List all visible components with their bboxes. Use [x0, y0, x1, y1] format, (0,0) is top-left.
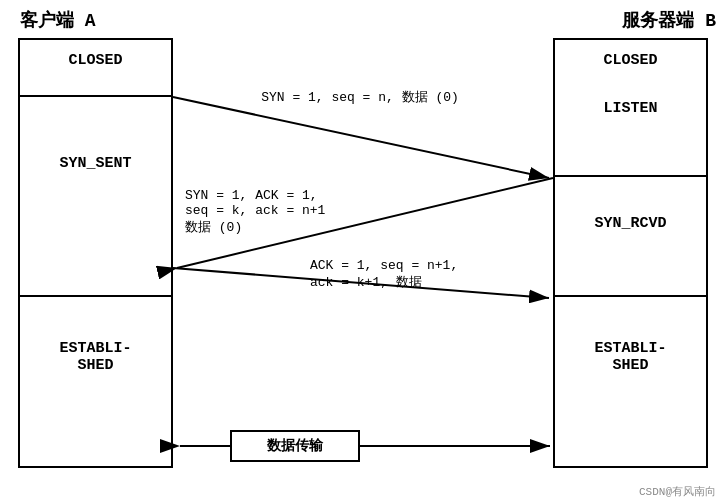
diagram-container: 客户端 A 服务器端 B CLOSED SYN_SENT ESTABLI-SHE… [0, 0, 726, 503]
data-transfer-box: 数据传输 [230, 430, 360, 462]
divider-server-2 [553, 295, 708, 297]
server-listen-state: LISTEN [553, 100, 708, 117]
syn-message-label: SYN = 1, seq = n, 数据 (0) [200, 88, 520, 106]
client-column [18, 38, 173, 468]
server-closed-state: CLOSED [553, 52, 708, 69]
client-established-state: ESTABLI-SHED [18, 340, 173, 374]
divider-client-1 [18, 95, 173, 97]
ack-line1: ACK = 1, seq = n+1, [310, 258, 458, 273]
server-syn-rcvd-state: SYN_RCVD [553, 215, 708, 232]
syn-arrow [173, 97, 549, 178]
client-closed-state: CLOSED [18, 52, 173, 69]
syn-ack-line1: SYN = 1, ACK = 1, [185, 188, 318, 203]
syn-ack-line2: seq = k, ack = n+1 [185, 203, 325, 218]
data-transfer-label: 数据传输 [267, 437, 323, 455]
watermark: CSDN@有风南向 [639, 484, 716, 499]
client-syn-sent-state: SYN_SENT [18, 155, 173, 172]
client-label: 客户端 A [20, 8, 96, 32]
divider-server-1 [553, 175, 708, 177]
divider-client-2 [18, 295, 173, 297]
syn-ack-line3: 数据 (0) [185, 220, 242, 235]
syn-ack-message-label: SYN = 1, ACK = 1, seq = k, ack = n+1 数据 … [185, 188, 385, 236]
server-established-state: ESTABLI-SHED [553, 340, 708, 374]
server-label: 服务器端 B [622, 8, 716, 32]
ack-message-label: ACK = 1, seq = n+1, ack = k+1, 数据 [310, 258, 540, 291]
ack-line2: ack = k+1, 数据 [310, 275, 422, 290]
